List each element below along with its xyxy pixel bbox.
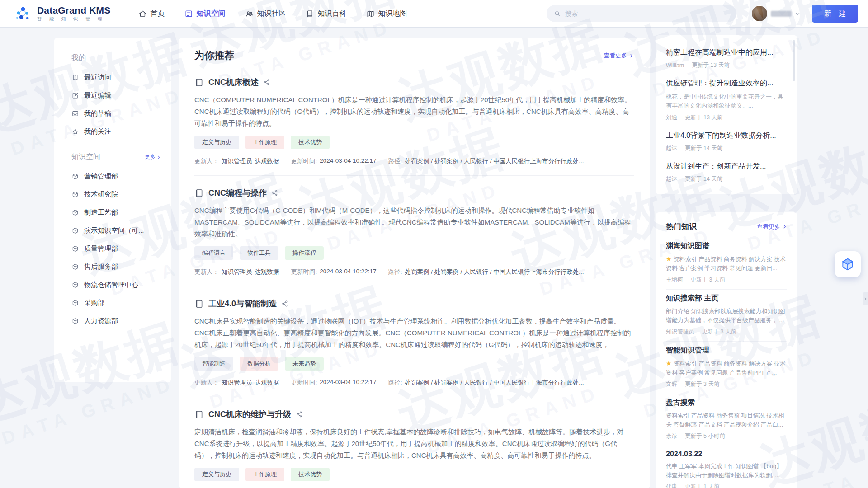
hot-item-desc-text: 部门介绍 知识搜索部以底层搜索能力和知识图谱能力为基础，不仅提供平台级产品服务，… (666, 308, 785, 324)
sidebar-item-label: 售后服务部 (84, 263, 118, 271)
create-new-button[interactable]: 新 建 (812, 5, 858, 23)
nav-label: 知识空间 (196, 9, 225, 19)
tag[interactable]: 定义与历史 (194, 136, 239, 149)
sidebar-item-recent-edits[interactable]: 最近编辑 (54, 86, 171, 104)
nav-item-knowledge-community[interactable]: 知识社区 (245, 9, 286, 19)
chevron-down-icon (795, 11, 800, 16)
updated-time: 更新于 14 天前 (685, 175, 722, 183)
updater-org: 达观数据 (255, 268, 279, 276)
list-item: 渊海知识图谱 ★资料索引 产品资料 商务资料 解决方案 技术资料 客户案例 学习… (666, 237, 787, 290)
view-more-link[interactable]: 查看更多 (604, 52, 634, 60)
article-title[interactable]: CNC机床概述 (208, 77, 259, 88)
hot-item-title[interactable]: 盘古搜索 (666, 398, 787, 408)
hot-item-title[interactable]: 智能知识管理 (666, 346, 787, 355)
inbox-icon (71, 110, 79, 117)
sidebar-item-label: 人力资源部 (84, 317, 118, 325)
tag[interactable]: 未来趋势 (285, 357, 324, 371)
breadcrumb[interactable]: 处罚案例 / 处罚案例 / 人民银行 / 中国人民银行上海市分行行政处... (405, 268, 584, 276)
nav-item-knowledge-wiki[interactable]: 知识百科 (306, 9, 346, 19)
sidebar-space-tech-research[interactable]: 技术研究院 (54, 185, 171, 203)
tag[interactable]: 数据分析 (240, 357, 278, 371)
assistant-float-button[interactable] (835, 251, 861, 277)
recommend-title[interactable]: 从设计到生产：创新产品开发... (666, 162, 787, 171)
nav-item-home[interactable]: 首页 (138, 9, 165, 19)
hot-view-more-link[interactable]: 查看更多 (757, 223, 787, 231)
sidebar-space-logistics[interactable]: 物流仓储管理中心 (54, 276, 171, 294)
tag[interactable]: 软件工具 (240, 246, 278, 260)
sidebar-space-marketing[interactable]: 营销管理部 (54, 167, 171, 185)
sidebar-space-manufacturing[interactable]: 制造工艺部 (54, 203, 171, 221)
list-item: 精密工程在高端制造业中的应用... William更新于 13 天前 (666, 44, 787, 75)
hot-item-title[interactable]: 2024.03.22 (666, 450, 787, 458)
search-input[interactable] (565, 10, 729, 17)
updater-label: 更新人： (194, 157, 219, 165)
updated-time: 更新于 13 天前 (692, 61, 729, 69)
hot-item-desc-text: 资料索引 产品资料 商务售前 项目情况 技术相关 答疑解惑 产品文档 产品视频介… (666, 412, 784, 428)
sidebar-space-after-sales[interactable]: 售后服务部 (54, 258, 171, 276)
list-item: 智能知识管理 ★资料索引 产品资料 商务资料 解决方案 技术资料 客户案例 常见… (666, 342, 787, 394)
tag[interactable]: 操作流程 (285, 246, 324, 260)
article-title[interactable]: 工业4.0与智能制造 (208, 298, 277, 309)
nav-item-knowledge-map[interactable]: 知识地图 (366, 9, 407, 19)
avatar[interactable] (752, 6, 767, 21)
share-icon[interactable] (296, 411, 303, 418)
author: 代申 (666, 483, 677, 488)
recommend-title[interactable]: 供应链管理：提升制造业效率的... (666, 79, 787, 88)
cube-icon (71, 263, 79, 271)
tag[interactable]: 技术优势 (291, 136, 330, 149)
scrollbar[interactable] (793, 40, 795, 81)
updated-time: 更新于 3 天前 (691, 276, 725, 284)
sidebar-item-label: 演示知识空间（可... (84, 226, 144, 235)
share-icon[interactable] (281, 300, 288, 307)
tag[interactable]: 技术优势 (291, 468, 330, 481)
main-content: 为你推荐 查看更多 CNC机床概述 CNC（COMPUTER NUMERICAL… (179, 38, 650, 488)
hot-item-title[interactable]: 渊海知识图谱 (666, 241, 787, 251)
author: William (666, 62, 684, 69)
chevron-right-icon (629, 53, 634, 58)
view-more-label: 查看更多 (604, 52, 627, 60)
share-icon[interactable] (271, 189, 278, 197)
edge-collapse-tab[interactable] (863, 292, 868, 305)
breadcrumb[interactable]: 处罚案例 / 处罚案例 / 人民银行 / 中国人民银行上海市分行行政处... (405, 157, 584, 165)
updated-time: 更新于 14 天前 (685, 145, 722, 152)
article-title[interactable]: CNC编程与操作 (208, 188, 267, 198)
sidebar-section-my-label: 我的 (71, 53, 86, 63)
tag[interactable]: 定义与历史 (194, 468, 239, 481)
nav-item-knowledge-space[interactable]: 知识空间 (184, 9, 225, 19)
sidebar-item-label: 营销管理部 (84, 172, 118, 181)
sidebar-space-hr[interactable]: 人力资源部 (54, 312, 171, 330)
recommend-desc: 桃花，是中国传统文化中的重要花卉之一，具有丰富的文化内涵和象征意义。... (666, 92, 787, 110)
brand-logo[interactable]: DataGrand KMS 智 能 知 识 管 理 (14, 4, 110, 23)
tag[interactable]: 智能制造 (194, 357, 233, 371)
sidebar-more-link[interactable]: 更多 (145, 153, 161, 161)
updater-label: 更新人： (194, 379, 219, 387)
brand-slogan: 智 能 知 识 管 理 (37, 17, 110, 22)
sidebar-item-label: 最近访问 (84, 73, 111, 82)
nav-label: 首页 (150, 9, 165, 19)
hot-item-desc-text: 资料索引 产品资料 商务资料 解决方案 技术资料 客户案例 常见问题 产品售前P… (666, 360, 786, 376)
main-nav: 首页 知识空间 知识社区 知识百科 (138, 9, 407, 19)
article-title[interactable]: CNC机床的维护与升级 (208, 409, 291, 420)
breadcrumb[interactable]: 处罚案例 / 处罚案例 / 人民银行 / 中国人民银行上海市分行行政处... (405, 379, 584, 387)
user-menu[interactable] (752, 6, 800, 21)
sidebar-item-recent-visits[interactable]: 最近访问 (54, 68, 171, 86)
tag[interactable]: 编程语言 (194, 246, 233, 260)
sidebar-item-label: 我的草稿 (84, 109, 111, 118)
list-item: 供应链管理：提升制造业效率的... 桃花，是中国传统文化中的重要花卉之一，具有丰… (666, 75, 787, 127)
hot-item-title[interactable]: 知识搜索部 主页 (666, 294, 787, 303)
tag[interactable]: 工作原理 (245, 468, 284, 481)
share-icon[interactable] (263, 79, 270, 86)
recommend-title[interactable]: 工业4.0背景下的制造业数据分析... (666, 131, 787, 141)
recommend-title[interactable]: 精密工程在高端制造业中的应用... (666, 48, 787, 57)
sidebar-space-quality[interactable]: 质量管理部 (54, 239, 171, 258)
list-item: 知识搜索部 主页 部门介绍 知识搜索部以底层搜索能力和知识图谱能力为基础，不仅提… (666, 290, 787, 342)
time-label: 更新时间: (291, 379, 317, 387)
sidebar-item-my-follows[interactable]: 我的关注 (54, 122, 171, 141)
sidebar-item-my-drafts[interactable]: 我的草稿 (54, 104, 171, 122)
tag[interactable]: 工作原理 (245, 136, 284, 149)
path-label: 路径: (388, 268, 402, 276)
sidebar-space-demo[interactable]: 演示知识空间（可... (54, 221, 171, 239)
sidebar-space-procurement[interactable]: 采购部 (54, 294, 171, 312)
article-summary: CNC（COMPUTER NUMERICAL CONTROL）机床是一种通过计算… (194, 94, 634, 129)
cube-icon (71, 317, 79, 325)
